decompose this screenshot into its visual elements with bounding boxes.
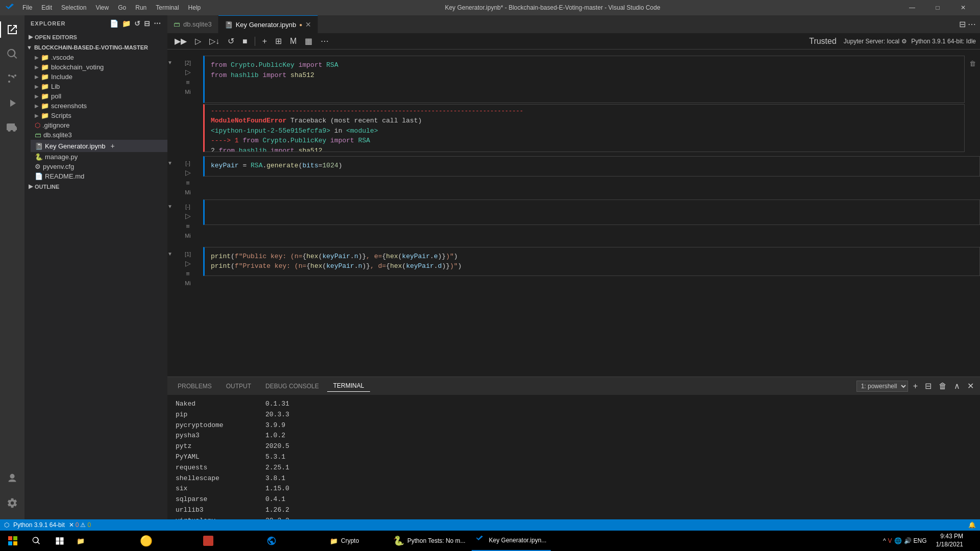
- tab-close-button[interactable]: ✕: [305, 21, 311, 28]
- menu-help[interactable]: Help: [184, 3, 205, 12]
- split-cell-button[interactable]: ▦: [302, 35, 315, 47]
- tray-lang-label[interactable]: ENG: [914, 537, 927, 544]
- cell-collapse-bar-2[interactable]: ▼: [167, 156, 173, 195]
- python-status[interactable]: Python 3.9.1 64-bit: [13, 521, 65, 529]
- taskbar-app-explorer[interactable]: 📁: [72, 531, 134, 551]
- tray-volume-icon[interactable]: 🔊: [904, 537, 912, 544]
- menu-edit[interactable]: Edit: [37, 3, 56, 12]
- new-file-icon[interactable]: 📄: [110, 19, 119, 28]
- collapse-icon[interactable]: ⊟: [144, 19, 151, 28]
- folder-blockchain-voting[interactable]: ▶ 📁 blockchain_voting: [31, 62, 167, 72]
- menu-file[interactable]: File: [18, 3, 36, 12]
- folder-include[interactable]: ▶ 📁 Include: [31, 72, 167, 82]
- explorer-activity-icon[interactable]: [0, 17, 24, 42]
- extensions-activity-icon[interactable]: [0, 115, 24, 140]
- tab-db-sqlite3[interactable]: 🗃 db.sqlite3: [167, 15, 218, 33]
- tab-terminal[interactable]: TERMINAL: [327, 380, 371, 392]
- python-version-label[interactable]: Python 3.9.1 64-bit: Idle: [911, 38, 976, 45]
- open-editors-section[interactable]: ▶ Open Editors: [24, 32, 167, 42]
- folder-screenshots[interactable]: ▶ 📁 screenshots: [31, 101, 167, 111]
- scm-activity-icon[interactable]: [0, 66, 24, 91]
- more-icon[interactable]: ⋯: [154, 19, 161, 28]
- cell-collapse-bar-1[interactable]: ▼: [167, 56, 173, 152]
- cell-list-icon[interactable]: ≡: [184, 78, 191, 87]
- file-pyvenv-cfg[interactable]: ⚙ pyvenv.cfg: [31, 162, 167, 171]
- folder-vscode[interactable]: ▶ 📁 .vscode: [31, 53, 167, 62]
- add-cell-sidebar-btn[interactable]: +: [108, 141, 118, 151]
- search-activity-icon[interactable]: [0, 42, 24, 66]
- split-terminal-button[interactable]: ⊟: [923, 381, 934, 391]
- run-below-button[interactable]: ▷↓: [206, 35, 223, 47]
- add-code-cell-button[interactable]: ⊞: [272, 35, 285, 47]
- file-readme-md[interactable]: 📄 README.md: [31, 171, 167, 181]
- run-cell-3-button[interactable]: ▷: [185, 212, 191, 220]
- more-button[interactable]: ⋯: [317, 35, 332, 47]
- tab-debug-console[interactable]: DEBUG CONSOLE: [259, 381, 325, 392]
- task-view-button[interactable]: [49, 531, 70, 551]
- search-taskbar-button[interactable]: [26, 531, 47, 551]
- account-activity-icon[interactable]: [0, 466, 24, 491]
- outline-section[interactable]: ▶ Outline: [24, 181, 167, 192]
- folder-scripts[interactable]: ▶ 📁 Scripts: [31, 111, 167, 120]
- file-gitignore[interactable]: ⬡ .gitignore: [31, 120, 167, 130]
- refresh-icon[interactable]: ↺: [134, 19, 141, 28]
- run-all-button[interactable]: ▶▶: [172, 35, 190, 47]
- interrupt-button[interactable]: ■: [239, 36, 251, 47]
- errors-status[interactable]: ✕ 0 ⚠ 0: [69, 521, 91, 529]
- tab-key-generator[interactable]: 📓 Key Generator.ipynb ● ✕: [218, 15, 318, 33]
- tab-output[interactable]: OUTPUT: [220, 381, 257, 392]
- tray-network-icon[interactable]: 🌐: [894, 537, 902, 544]
- run-cell-4-button[interactable]: ▷: [185, 259, 191, 267]
- run-above-button[interactable]: ▷: [192, 35, 204, 47]
- cell-list-icon-3[interactable]: ≡: [184, 222, 191, 231]
- tab-problems[interactable]: PROBLEMS: [172, 381, 218, 392]
- close-button[interactable]: ✕: [951, 0, 975, 15]
- file-manage-py[interactable]: 🐍 manage.py: [31, 152, 167, 162]
- restart-button[interactable]: ↺: [225, 35, 237, 47]
- taskbar-app-vscode[interactable]: Key Generator.ipyn...: [472, 531, 551, 551]
- run-cell-2-button[interactable]: ▷: [185, 168, 191, 177]
- project-root-section[interactable]: ▼ BLOCKCHAIN-BASED-E-VOTING-MASTER: [24, 42, 167, 53]
- menu-terminal[interactable]: Terminal: [152, 3, 183, 12]
- menu-run[interactable]: Run: [131, 3, 151, 12]
- cell-list-icon-2[interactable]: ≡: [184, 179, 191, 187]
- add-cell-button[interactable]: +: [259, 36, 270, 47]
- close-panel-button[interactable]: ✕: [965, 381, 976, 391]
- remote-icon[interactable]: ⬡: [4, 521, 9, 529]
- cell-collapse-bar-3[interactable]: ▼: [167, 199, 173, 239]
- menu-go[interactable]: Go: [114, 3, 130, 12]
- cell-list-icon-4[interactable]: ≡: [184, 269, 191, 278]
- debug-activity-icon[interactable]: [0, 91, 24, 115]
- more-tabs-icon[interactable]: ⋯: [968, 19, 976, 29]
- delete-cell-1-button[interactable]: 🗑: [969, 60, 976, 67]
- file-key-generator[interactable]: 📓 Key Generator.ipynb +: [31, 140, 167, 152]
- trusted-button[interactable]: Trusted: [806, 36, 840, 47]
- notification-icon[interactable]: 🔔: [968, 521, 976, 529]
- menu-selection[interactable]: Selection: [57, 3, 90, 12]
- file-db-sqlite3[interactable]: 🗃 db.sqlite3: [31, 130, 167, 140]
- jupyter-settings-icon[interactable]: ⚙: [901, 38, 907, 45]
- minimize-button[interactable]: —: [900, 0, 924, 15]
- taskbar-app-edge[interactable]: [262, 531, 324, 551]
- maximize-button[interactable]: □: [926, 0, 949, 15]
- add-terminal-button[interactable]: +: [911, 382, 920, 391]
- terminal-shell-select[interactable]: 1: powershell: [856, 381, 908, 392]
- maximize-panel-button[interactable]: ∧: [952, 381, 962, 391]
- cell-collapse-bar-4[interactable]: ▼: [167, 247, 173, 286]
- start-button[interactable]: [2, 531, 23, 551]
- add-markdown-cell-button[interactable]: M: [287, 36, 300, 47]
- split-editor-icon[interactable]: ⊟: [959, 19, 966, 29]
- taskbar-app-crypto[interactable]: 📁 Crypto: [326, 531, 387, 551]
- folder-lib[interactable]: ▶ 📁 Lib: [31, 82, 167, 91]
- taskbar-app-python[interactable]: 🐍 Python Tests: No m...: [389, 531, 470, 551]
- taskbar-app-red[interactable]: [199, 531, 260, 551]
- menu-view[interactable]: View: [91, 3, 113, 12]
- tray-expand-icon[interactable]: ^: [883, 537, 886, 544]
- run-cell-1-button[interactable]: ▷: [185, 68, 191, 76]
- tray-vpn-icon[interactable]: V: [888, 537, 892, 544]
- clock[interactable]: 9:43 PM 1/18/2021: [932, 533, 967, 548]
- new-folder-icon[interactable]: 📁: [122, 19, 131, 28]
- kill-terminal-button[interactable]: 🗑: [937, 382, 949, 391]
- taskbar-app-yellow[interactable]: 🟡: [136, 531, 197, 551]
- folder-poll[interactable]: ▶ 📁 poll: [31, 91, 167, 101]
